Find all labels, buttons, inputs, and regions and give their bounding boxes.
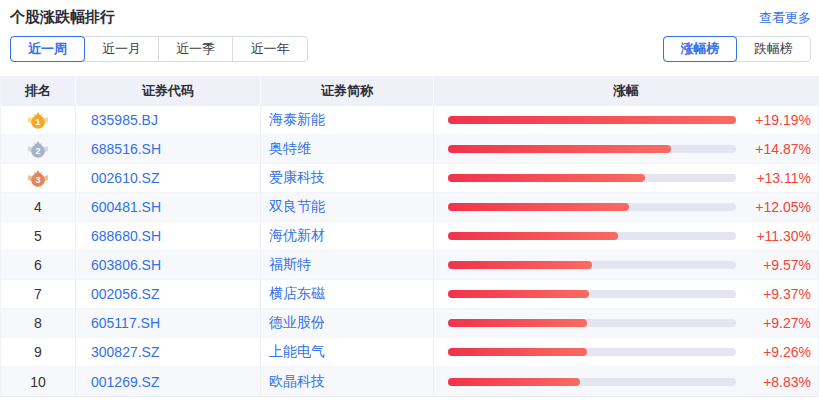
stock-code[interactable]: 605117.SH — [76, 309, 261, 337]
change-bar-fill — [448, 290, 589, 298]
tab-losers-board[interactable]: 跌幅榜 — [737, 37, 810, 61]
change-bar-track — [448, 174, 736, 182]
change-cell: +9.37% — [434, 280, 818, 308]
change-percent: +19.19% — [736, 112, 811, 128]
rank-cell: 10 — [1, 367, 76, 396]
stock-name[interactable]: 奥特维 — [261, 135, 434, 163]
change-bar-fill — [448, 203, 629, 211]
change-bar-track — [448, 348, 736, 356]
change-percent: +9.37% — [736, 286, 811, 302]
rank-cell: 2 — [1, 135, 76, 163]
stock-name[interactable]: 海泰新能 — [261, 106, 434, 134]
change-percent: +9.57% — [736, 257, 811, 273]
change-cell: +13.11% — [434, 164, 818, 192]
rank-cell: 5 — [1, 222, 76, 250]
stock-code[interactable]: 300827.SZ — [76, 338, 261, 366]
stock-code[interactable]: 688516.SH — [76, 135, 261, 163]
change-bar-fill — [448, 116, 736, 124]
change-bar-track — [448, 290, 736, 298]
stock-name[interactable]: 欧晶科技 — [261, 367, 434, 396]
period-tab-group: 近一周 近一月 近一季 近一年 — [10, 36, 308, 62]
stock-code[interactable]: 835985.BJ — [76, 106, 261, 134]
table-body: 1 835985.BJ 海泰新能 +19.19% 2 688516.SH 奥特维… — [1, 106, 818, 396]
rank-medal-icon: 2 — [26, 139, 50, 159]
table-row[interactable]: 9 300827.SZ 上能电气 +9.26% — [1, 338, 818, 367]
change-cell: +11.30% — [434, 222, 818, 250]
stock-code[interactable]: 002610.SZ — [76, 164, 261, 192]
stock-code[interactable]: 603806.SH — [76, 251, 261, 279]
stock-name[interactable]: 德业股份 — [261, 309, 434, 337]
change-bar-track — [448, 378, 736, 386]
change-bar-fill — [448, 261, 592, 269]
rank-cell: 8 — [1, 309, 76, 337]
change-bar-fill — [448, 319, 587, 327]
change-bar-fill — [448, 232, 618, 240]
change-percent: +9.27% — [736, 315, 811, 331]
stock-name[interactable]: 爱康科技 — [261, 164, 434, 192]
table-row[interactable]: 8 605117.SH 德业股份 +9.27% — [1, 309, 818, 338]
tab-last-quarter[interactable]: 近一季 — [159, 37, 233, 61]
tab-last-month[interactable]: 近一月 — [85, 37, 159, 61]
stock-name[interactable]: 上能电气 — [261, 338, 434, 366]
change-bar-track — [448, 145, 736, 153]
change-percent: +13.11% — [736, 170, 811, 186]
change-cell: +14.87% — [434, 135, 818, 163]
page-title: 个股涨跌幅排行 — [10, 8, 115, 27]
table-row[interactable]: 3 002610.SZ 爱康科技 +13.11% — [1, 164, 818, 193]
svg-text:1: 1 — [35, 117, 40, 127]
svg-text:2: 2 — [35, 146, 40, 156]
stock-name[interactable]: 福斯特 — [261, 251, 434, 279]
change-percent: +12.05% — [736, 199, 811, 215]
change-bar-fill — [448, 348, 587, 356]
change-bar-track — [448, 261, 736, 269]
change-cell: +8.83% — [434, 367, 818, 396]
change-cell: +9.27% — [434, 309, 818, 337]
svg-text:3: 3 — [35, 175, 40, 185]
change-bar-track — [448, 203, 736, 211]
table-row[interactable]: 4 600481.SH 双良节能 +12.05% — [1, 193, 818, 222]
rank-medal-icon: 1 — [26, 110, 50, 130]
rank-cell: 6 — [1, 251, 76, 279]
change-percent: +8.83% — [736, 374, 811, 390]
change-cell: +9.57% — [434, 251, 818, 279]
stock-code[interactable]: 001269.SZ — [76, 367, 261, 396]
stock-code[interactable]: 600481.SH — [76, 193, 261, 221]
table-row[interactable]: 6 603806.SH 福斯特 +9.57% — [1, 251, 818, 280]
change-cell: +12.05% — [434, 193, 818, 221]
table-row[interactable]: 1 835985.BJ 海泰新能 +19.19% — [1, 106, 818, 135]
change-bar-fill — [448, 378, 580, 386]
column-header-name: 证券简称 — [261, 76, 434, 106]
tab-last-year[interactable]: 近一年 — [233, 37, 307, 61]
change-bar-track — [448, 116, 736, 124]
change-cell: +19.19% — [434, 106, 818, 134]
stock-code[interactable]: 002056.SZ — [76, 280, 261, 308]
table-row[interactable]: 7 002056.SZ 横店东磁 +9.37% — [1, 280, 818, 309]
table-row[interactable]: 5 688680.SH 海优新材 +11.30% — [1, 222, 818, 251]
change-percent: +14.87% — [736, 141, 811, 157]
tab-gainers-board[interactable]: 涨幅榜 — [664, 37, 737, 61]
rank-cell: 7 — [1, 280, 76, 308]
change-bar-track — [448, 232, 736, 240]
change-bar-track — [448, 319, 736, 327]
change-bar-fill — [448, 145, 671, 153]
stock-code[interactable]: 688680.SH — [76, 222, 261, 250]
stock-name[interactable]: 双良节能 — [261, 193, 434, 221]
tab-last-week[interactable]: 近一周 — [11, 37, 85, 61]
rank-cell: 1 — [1, 106, 76, 134]
widget-header: 个股涨跌幅排行 查看更多 — [0, 0, 819, 27]
stock-name[interactable]: 海优新材 — [261, 222, 434, 250]
table-header: 排名 证券代码 证券简称 涨幅 — [1, 76, 818, 106]
change-percent: +9.26% — [736, 344, 811, 360]
table-row[interactable]: 10 001269.SZ 欧晶科技 +8.83% — [1, 367, 818, 396]
table-row[interactable]: 2 688516.SH 奥特维 +14.87% — [1, 135, 818, 164]
view-more-link[interactable]: 查看更多 — [759, 9, 811, 27]
ranking-table: 排名 证券代码 证券简称 涨幅 1 835985.BJ 海泰新能 +19.19%… — [0, 76, 819, 397]
change-percent: +11.30% — [736, 228, 811, 244]
rank-cell: 3 — [1, 164, 76, 192]
stock-name[interactable]: 横店东磁 — [261, 280, 434, 308]
change-cell: +9.26% — [434, 338, 818, 366]
rank-cell: 9 — [1, 338, 76, 366]
column-header-code: 证券代码 — [76, 76, 261, 106]
change-bar-fill — [448, 174, 645, 182]
board-tab-group: 涨幅榜 跌幅榜 — [663, 36, 811, 62]
